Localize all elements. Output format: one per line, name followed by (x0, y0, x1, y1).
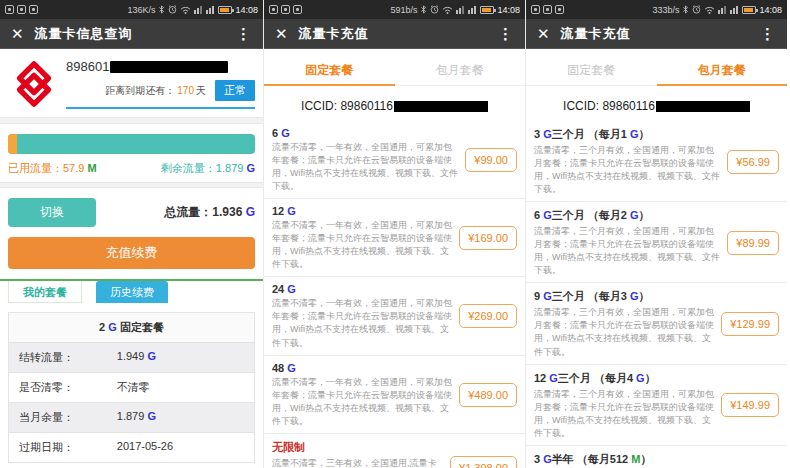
package-title: 12 G (272, 205, 452, 217)
table-row: 当月余量： 1.879 G (9, 402, 254, 432)
package-title: 9 G三个月 （每月3 G） (534, 289, 714, 304)
nav-bar: ✕ 流量卡信息查询 ⋮ (0, 19, 263, 49)
used-segment (8, 134, 17, 154)
package-title: 48 G (272, 362, 452, 374)
network-speed: 136K/s (127, 5, 155, 15)
iccid-row: ICCID: 89860116 (526, 86, 787, 121)
iccid-row: ICCID: 89860116 (264, 86, 525, 121)
package-type-tabs: 固定套餐 包月套餐 (264, 55, 525, 86)
three-phone-screenshots: 136K/s 14:08 ✕ 流量卡信息查询 ⋮ (0, 0, 790, 468)
package-description: 流量不清零，三年有效，全国通用,流量卡只允许在云智易联的设备端使用，Wifi热点… (272, 457, 443, 468)
sdcard-icon (293, 5, 302, 14)
sim-card-info: 898601 距离到期还有：170天 正常 (0, 49, 263, 109)
table-title: 2 G 固定套餐 (99, 320, 164, 335)
package-description: 流量不清零，一年有效，全国通用，可累加包年套餐；流量卡只允许在云智易联的设备端使… (272, 297, 452, 349)
redaction-bar (656, 101, 750, 112)
alarm-clock-icon (692, 5, 701, 14)
package-item[interactable]: 48 G流量不清零，一年有效，全国通用，可累加包年套餐；流量卡只允许在云智易联的… (264, 356, 525, 434)
switch-button[interactable]: 切换 (8, 198, 96, 227)
signal-icon (730, 5, 739, 14)
sdcard-icon (29, 5, 38, 14)
expiry-days: 170 (177, 85, 194, 96)
section-divider (0, 117, 263, 124)
package-item[interactable]: 12 G流量不清零，一年有效，全国通用，可累加包年套餐；流量卡只允许在云智易联的… (264, 199, 525, 277)
package-title: 3 G三个月 （每月1 G） (534, 127, 720, 142)
page-title: 流量卡信息查询 (35, 25, 133, 43)
price-button[interactable]: ¥89.99 (727, 231, 779, 255)
alarm-clock-icon (168, 5, 177, 14)
package-title: 12 G三个月 （每月4 G） (534, 371, 714, 386)
status-bar: 136K/s 14:08 (0, 0, 263, 19)
nav-bar: ✕ 流量卡充值 ⋮ (526, 19, 787, 49)
wifi-icon (704, 6, 715, 14)
iccid-number: 898601 (66, 59, 255, 74)
price-button[interactable]: ¥129.99 (721, 312, 779, 336)
close-icon[interactable]: ✕ (526, 25, 561, 43)
nav-bar: ✕ 流量卡充值 ⋮ (264, 19, 525, 49)
overflow-menu-icon[interactable]: ⋮ (748, 25, 787, 43)
package-item[interactable]: 3 G半年 （每月512 M）流量清零，六个月有效，全国通用，可累加包月套餐；流… (526, 446, 787, 468)
tab-monthly-package[interactable]: 包月套餐 (395, 55, 526, 85)
clock-time: 14:08 (235, 5, 258, 15)
package-item[interactable]: 9 G三个月 （每月3 G）流量清零，三个月有效，全国通用，可累加包月套餐；流量… (526, 283, 787, 364)
package-item[interactable]: 12 G三个月 （每月4 G）流量清零，三个月有效，全国通用，可累加包月套餐；流… (526, 365, 787, 446)
price-button[interactable]: ¥56.99 (727, 150, 779, 174)
notification-icons (269, 5, 302, 14)
signal-icon (206, 5, 215, 14)
price-button[interactable]: ¥489.00 (459, 383, 517, 407)
package-description: 流量不清零，一年有效，全国通用，可累加包年套餐；流量卡只允许在云智易联的设备端使… (272, 376, 452, 428)
package-item[interactable]: 6 G三个月 （每月2 G）流量清零，三个月有效，全国通用，可累加包月套餐；流量… (526, 202, 787, 283)
package-item[interactable]: 6 G流量不清零，一年有效，全国通用，可累加包年套餐；流量卡只允许在云智易联的设… (264, 121, 525, 199)
package-item[interactable]: 3 G三个月 （每月1 G）流量清零，三个月有效，全国通用，可累加包月套餐；流量… (526, 121, 787, 202)
wifi-icon (180, 6, 191, 14)
sdcard-icon (555, 5, 564, 14)
page-title: 流量卡充值 (299, 25, 369, 43)
network-speed: 333b/s (652, 5, 679, 15)
package-description: 流量清零，三个月有效，全国通用，可累加包月套餐；流量卡只允许在云智易联的设备端使… (534, 388, 714, 440)
table-row: 过期日期： 2017-05-26 (9, 432, 254, 462)
price-button[interactable]: ¥169.00 (459, 226, 517, 250)
gallery-icon (281, 5, 290, 14)
expiry-unit: 天 (196, 84, 206, 98)
status-badge[interactable]: 正常 (215, 80, 255, 101)
package-type-tabs: 固定套餐 包月套餐 (526, 55, 787, 86)
package-description: 流量清零，三个月有效，全国通用，可累加包月套餐；流量卡只允许在云智易联的设备端使… (534, 306, 714, 358)
tab-monthly-package[interactable]: 包月套餐 (657, 55, 788, 85)
clock-time: 14:08 (497, 5, 520, 15)
close-icon[interactable]: ✕ (0, 25, 35, 43)
tab-fixed-package[interactable]: 固定套餐 (526, 55, 657, 85)
tab-my-package[interactable]: 我的套餐 (8, 281, 82, 303)
alarm-clock-icon (430, 5, 439, 14)
signal-icon (194, 5, 203, 14)
package-description: 流量不清零，一年有效，全国通用，可累加包年套餐；流量卡只允许在云智易联的设备端使… (272, 219, 452, 271)
close-icon[interactable]: ✕ (264, 25, 299, 43)
tab-fixed-package[interactable]: 固定套餐 (264, 55, 395, 85)
table-row: 是否清零： 不清零 (9, 372, 254, 402)
price-button[interactable]: ¥99.00 (465, 148, 517, 172)
package-title: 6 G (272, 127, 458, 139)
gallery-icon (17, 5, 26, 14)
remaining-data: 剩余流量：1.879 G (161, 161, 255, 176)
package-item[interactable]: 无限制流量不清零，三年有效，全国通用,流量卡只允许在云智易联的设备端使用，Wif… (264, 434, 525, 468)
network-speed: 591b/s (390, 5, 417, 15)
expiry-label: 距离到期还有： (105, 84, 175, 98)
price-button[interactable]: ¥149.99 (721, 393, 779, 417)
recharge-renew-button[interactable]: 充值续费 (8, 237, 255, 269)
lock-icon (531, 5, 540, 14)
table-row: 结转流量： 1.949 G (9, 342, 254, 372)
bluetooth-icon (682, 5, 689, 14)
signal-icon (456, 5, 465, 14)
overflow-menu-icon[interactable]: ⋮ (486, 25, 525, 43)
price-button[interactable]: ¥1,398.00 (450, 456, 517, 468)
status-bar: 591b/s 14:08 (264, 0, 525, 19)
tab-history[interactable]: 历史续费 (96, 281, 168, 303)
price-button[interactable]: ¥269.00 (459, 304, 517, 328)
panel-recharge-monthly: 333b/s 14:08 ✕ 流量卡充值 ⋮ 固定套餐 包月套餐 ICCID: … (525, 0, 787, 468)
overflow-menu-icon[interactable]: ⋮ (224, 25, 263, 43)
package-item[interactable]: 24 G流量不清零，一年有效，全国通用，可累加包年套餐；流量卡只允许在云智易联的… (264, 277, 525, 355)
redaction-bar (394, 101, 488, 112)
package-title: 24 G (272, 283, 452, 295)
signal-icon (468, 5, 477, 14)
redaction-bar (110, 61, 228, 73)
signal-icon (718, 5, 727, 14)
